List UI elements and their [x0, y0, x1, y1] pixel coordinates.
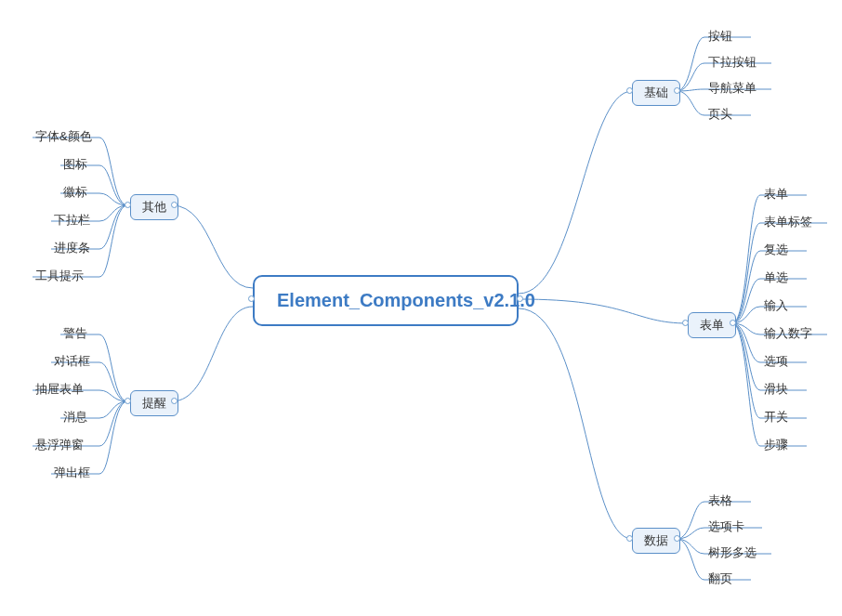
joint-icon [626, 87, 633, 94]
joint-icon [730, 320, 736, 326]
mindmap-canvas: Element_Components_v2.1.0 基础 按钮 下拉按钮 导航菜… [0, 0, 842, 616]
leaf-item[interactable]: 徽标 [63, 184, 87, 201]
leaf-item[interactable]: 步骤 [764, 437, 788, 453]
leaf-item[interactable]: 弹出框 [54, 465, 90, 481]
joint-icon [682, 320, 689, 326]
joint-icon [626, 535, 633, 542]
branch-label: 数据 [644, 533, 668, 547]
leaf-item[interactable]: 输入 [764, 297, 788, 314]
leaf-item[interactable]: 复选 [764, 242, 788, 258]
leaf-item[interactable]: 进度条 [54, 240, 90, 256]
joint-icon [125, 398, 131, 404]
leaf-item[interactable]: 选项 [764, 353, 788, 370]
leaf-item[interactable]: 翻页 [708, 570, 732, 587]
joint-icon [171, 202, 178, 208]
leaf-item[interactable]: 选项卡 [708, 518, 744, 535]
leaf-item[interactable]: 字体&颜色 [35, 128, 92, 145]
leaf-item[interactable]: 工具提示 [35, 268, 84, 284]
leaf-item[interactable]: 表格 [708, 492, 732, 509]
root-node[interactable]: Element_Components_v2.1.0 [253, 275, 519, 326]
joint-icon [125, 202, 131, 208]
leaf-item[interactable]: 单选 [764, 269, 788, 286]
leaf-item[interactable]: 抽屉表单 [35, 381, 84, 398]
joint-icon [674, 535, 680, 542]
leaf-item[interactable]: 页头 [708, 106, 732, 123]
leaf-item[interactable]: 按钮 [708, 28, 732, 45]
branch-label: 提醒 [142, 396, 166, 410]
joint-icon [171, 398, 178, 404]
leaf-item[interactable]: 下拉按钮 [708, 54, 756, 71]
joint-icon [517, 295, 523, 302]
leaf-item[interactable]: 悬浮弹窗 [35, 437, 84, 453]
leaf-item[interactable]: 开关 [764, 409, 788, 426]
leaf-item[interactable]: 树形多选 [708, 544, 756, 561]
branch-label: 基础 [644, 85, 668, 99]
leaf-item[interactable]: 表单 [764, 186, 788, 203]
joint-icon [248, 295, 255, 302]
leaf-item[interactable]: 滑块 [764, 381, 788, 398]
leaf-item[interactable]: 输入数字 [764, 325, 812, 342]
branch-label: 其他 [142, 200, 166, 214]
branch-form[interactable]: 表单 [688, 312, 736, 338]
branch-basic[interactable]: 基础 [632, 80, 680, 106]
root-label: Element_Components_v2.1.0 [277, 290, 535, 310]
leaf-item[interactable]: 表单标签 [764, 214, 812, 230]
leaf-item[interactable]: 下拉栏 [54, 212, 90, 229]
leaf-item[interactable]: 图标 [63, 156, 87, 173]
branch-data[interactable]: 数据 [632, 528, 680, 554]
leaf-item[interactable]: 警告 [63, 325, 87, 342]
branch-label: 表单 [700, 318, 724, 332]
joint-icon [674, 87, 680, 94]
leaf-item[interactable]: 对话框 [54, 353, 90, 370]
leaf-item[interactable]: 导航菜单 [708, 80, 756, 97]
leaf-item[interactable]: 消息 [63, 409, 87, 426]
